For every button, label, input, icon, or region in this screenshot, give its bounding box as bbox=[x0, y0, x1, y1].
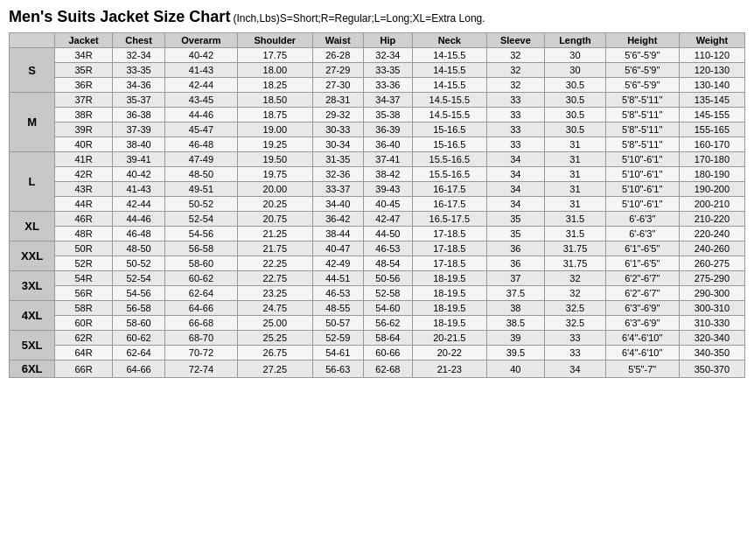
cell-overarm: 54-56 bbox=[165, 227, 238, 242]
cell-hip: 37-41 bbox=[363, 152, 413, 167]
table-row: XXL50R48-5056-5821.7540-4746-5317-18.536… bbox=[10, 242, 745, 256]
cell-hip: 48-54 bbox=[363, 256, 413, 271]
cell-jacket: 37R bbox=[55, 93, 113, 108]
cell-weight: 275-290 bbox=[679, 271, 744, 286]
cell-hip: 40-45 bbox=[363, 197, 413, 212]
table-row: 56R54-5662-6423.2546-5352-5818-19.537.53… bbox=[10, 286, 745, 301]
table-row: 3XL54R52-5460-6222.7544-5150-5618-19.537… bbox=[10, 271, 745, 286]
cell-jacket: 56R bbox=[55, 286, 113, 301]
table-row: 5XL62R60-6268-7025.2552-5958-6420-21.539… bbox=[10, 331, 745, 346]
table-row: 60R58-6066-6825.0050-5756-6218-19.538.53… bbox=[10, 316, 745, 331]
cell-shoulder: 19.25 bbox=[237, 137, 312, 152]
table-row: 42R40-4248-5019.7532-3638-4215.5-16.5343… bbox=[10, 167, 745, 182]
cell-shoulder: 21.75 bbox=[237, 242, 312, 256]
cell-neck: 15.5-16.5 bbox=[413, 167, 486, 182]
cell-shoulder: 20.25 bbox=[237, 197, 312, 212]
cell-length: 34 bbox=[545, 360, 605, 378]
cell-chest: 60-62 bbox=[112, 331, 164, 346]
table-row: 48R46-4854-5621.2538-4444-5017-18.53531.… bbox=[10, 227, 745, 242]
cell-sleeve: 33 bbox=[486, 108, 545, 122]
cell-height: 6'-6'3" bbox=[605, 212, 679, 227]
column-header-height: Height bbox=[605, 33, 679, 48]
cell-shoulder: 18.75 bbox=[237, 108, 312, 122]
cell-overarm: 58-60 bbox=[165, 256, 238, 271]
cell-hip: 34-37 bbox=[363, 93, 413, 108]
cell-weight: 260-275 bbox=[679, 256, 744, 271]
cell-height: 6'3"-6'9" bbox=[605, 316, 679, 331]
cell-jacket: 39R bbox=[55, 122, 113, 137]
cell-waist: 54-61 bbox=[312, 346, 363, 360]
cell-height: 5'6"-5'9" bbox=[605, 63, 679, 78]
cell-neck: 18-19.5 bbox=[413, 316, 486, 331]
cell-neck: 20-22 bbox=[413, 346, 486, 360]
cell-hip: 36-39 bbox=[363, 122, 413, 137]
cell-weight: 110-120 bbox=[679, 48, 744, 63]
cell-sleeve: 33 bbox=[486, 93, 545, 108]
cell-shoulder: 18.50 bbox=[237, 93, 312, 108]
size-chart-table: JacketChestOverarmShoulderWaistHipNeckSl… bbox=[9, 32, 745, 378]
cell-overarm: 64-66 bbox=[165, 301, 238, 316]
cell-waist: 31-35 bbox=[312, 152, 363, 167]
cell-jacket: 35R bbox=[55, 63, 113, 78]
cell-neck: 17-18.5 bbox=[413, 227, 486, 242]
cell-hip: 35-38 bbox=[363, 108, 413, 122]
size-group-cell: 4XL bbox=[10, 301, 55, 331]
cell-neck: 18-19.5 bbox=[413, 286, 486, 301]
cell-overarm: 68-70 bbox=[165, 331, 238, 346]
cell-overarm: 50-52 bbox=[165, 197, 238, 212]
cell-weight: 170-180 bbox=[679, 152, 744, 167]
cell-jacket: 66R bbox=[55, 360, 113, 378]
cell-length: 30.5 bbox=[545, 78, 605, 93]
cell-shoulder: 25.00 bbox=[237, 316, 312, 331]
cell-weight: 310-330 bbox=[679, 316, 744, 331]
cell-sleeve: 39 bbox=[486, 331, 545, 346]
cell-shoulder: 20.00 bbox=[237, 182, 312, 197]
cell-shoulder: 19.75 bbox=[237, 167, 312, 182]
size-group-cell: S bbox=[10, 48, 55, 93]
cell-height: 5'5"-7" bbox=[605, 360, 679, 378]
cell-shoulder: 24.75 bbox=[237, 301, 312, 316]
cell-overarm: 70-72 bbox=[165, 346, 238, 360]
cell-sleeve: 37.5 bbox=[486, 286, 545, 301]
cell-chest: 33-35 bbox=[112, 63, 164, 78]
cell-weight: 320-340 bbox=[679, 331, 744, 346]
size-group-cell: 5XL bbox=[10, 331, 55, 360]
cell-height: 6'2"-6'7" bbox=[605, 286, 679, 301]
cell-hip: 32-34 bbox=[363, 48, 413, 63]
page-container: Men's Suits Jacket Size Chart (Inch,Lbs)… bbox=[0, 0, 754, 385]
cell-height: 5'10"-6'1" bbox=[605, 197, 679, 212]
cell-weight: 210-220 bbox=[679, 212, 744, 227]
cell-waist: 50-57 bbox=[312, 316, 363, 331]
header-row: JacketChestOverarmShoulderWaistHipNeckSl… bbox=[10, 33, 745, 48]
cell-neck: 18-19.5 bbox=[413, 271, 486, 286]
cell-weight: 340-350 bbox=[679, 346, 744, 360]
cell-neck: 15.5-16.5 bbox=[413, 152, 486, 167]
cell-jacket: 52R bbox=[55, 256, 113, 271]
cell-length: 30 bbox=[545, 48, 605, 63]
cell-overarm: 56-58 bbox=[165, 242, 238, 256]
cell-waist: 36-42 bbox=[312, 212, 363, 227]
cell-height: 6'-6'3" bbox=[605, 227, 679, 242]
cell-overarm: 45-47 bbox=[165, 122, 238, 137]
cell-shoulder: 25.25 bbox=[237, 331, 312, 346]
table-row: 4XL58R56-5864-6624.7548-5554-6018-19.538… bbox=[10, 301, 745, 316]
cell-waist: 27-30 bbox=[312, 78, 363, 93]
cell-shoulder: 27.25 bbox=[237, 360, 312, 378]
cell-length: 31.75 bbox=[545, 256, 605, 271]
cell-overarm: 47-49 bbox=[165, 152, 238, 167]
cell-weight: 120-130 bbox=[679, 63, 744, 78]
cell-jacket: 43R bbox=[55, 182, 113, 197]
size-group-cell: 3XL bbox=[10, 271, 55, 301]
cell-length: 31.5 bbox=[545, 212, 605, 227]
cell-jacket: 42R bbox=[55, 167, 113, 182]
cell-height: 5'8"-5'11" bbox=[605, 108, 679, 122]
cell-sleeve: 32 bbox=[486, 78, 545, 93]
cell-weight: 155-165 bbox=[679, 122, 744, 137]
size-group-cell: M bbox=[10, 93, 55, 152]
cell-sleeve: 39.5 bbox=[486, 346, 545, 360]
cell-chest: 44-46 bbox=[112, 212, 164, 227]
cell-waist: 33-37 bbox=[312, 182, 363, 197]
cell-overarm: 49-51 bbox=[165, 182, 238, 197]
cell-overarm: 52-54 bbox=[165, 212, 238, 227]
cell-hip: 50-56 bbox=[363, 271, 413, 286]
